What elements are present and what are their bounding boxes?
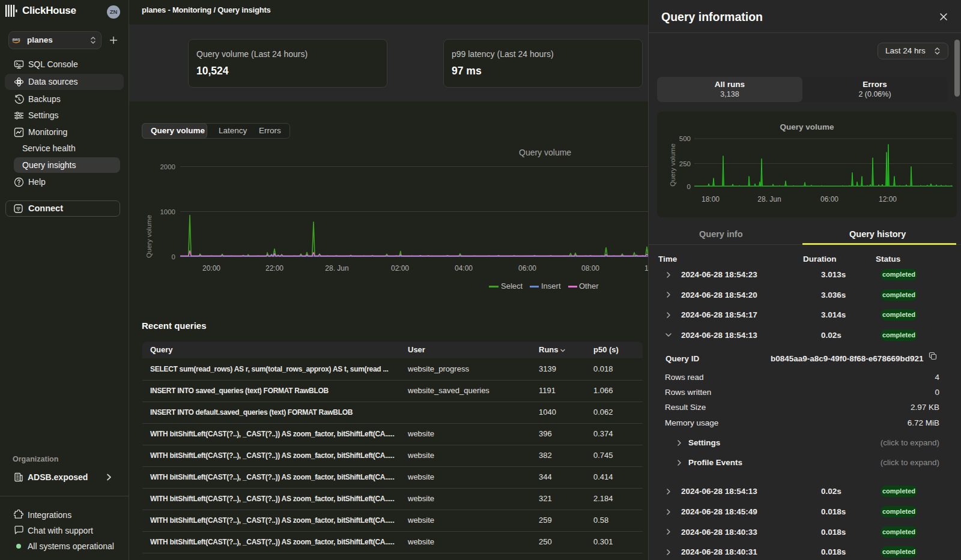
- svg-text:500: 500: [679, 135, 691, 142]
- svg-text:1000: 1000: [160, 208, 175, 215]
- svg-text:12:00: 12:00: [879, 195, 897, 203]
- svg-text:22:00: 22:00: [265, 264, 283, 272]
- svg-text:06:00: 06:00: [820, 195, 838, 203]
- svg-text:aws: aws: [12, 37, 20, 41]
- svg-text:02:00: 02:00: [391, 264, 409, 272]
- svg-text:2000: 2000: [160, 163, 175, 170]
- svg-text:0: 0: [687, 183, 691, 190]
- svg-text:04:00: 04:00: [455, 264, 473, 272]
- svg-text:0: 0: [172, 253, 175, 260]
- svg-text:Query volume: Query volume: [669, 143, 676, 187]
- svg-text:20:00: 20:00: [202, 264, 220, 272]
- svg-text:06:00: 06:00: [518, 264, 536, 272]
- svg-text:250: 250: [679, 160, 691, 167]
- svg-text:08:00: 08:00: [581, 264, 599, 272]
- svg-text:18:00: 18:00: [702, 195, 720, 203]
- svg-text:Query volume: Query volume: [145, 215, 153, 258]
- svg-text:28. Jun: 28. Jun: [757, 195, 781, 203]
- svg-text:28. Jun: 28. Jun: [325, 264, 348, 272]
